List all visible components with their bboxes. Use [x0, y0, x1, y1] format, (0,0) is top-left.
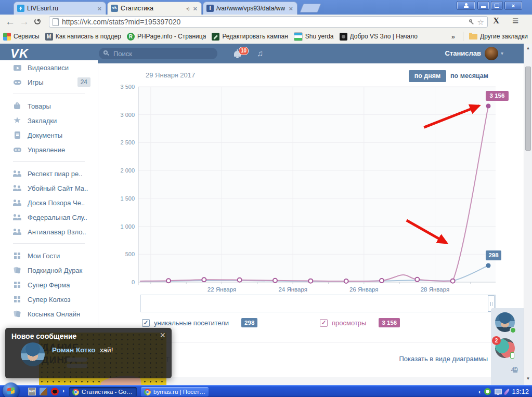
legend-label[interactable]: просмотры — [332, 319, 366, 327]
sidebar-item[interactable]: Мои Гости — [0, 248, 98, 263]
vk-logo[interactable]: VK — [10, 46, 29, 61]
tab-close-icon[interactable]: × — [288, 5, 294, 12]
taskbar-button-bymas[interactable]: bymas.ru | Посетит... — [141, 387, 209, 396]
tab-server-file[interactable]: /var/www/vps93/data/www/ × — [203, 2, 297, 15]
reload-button[interactable] — [34, 18, 41, 24]
sidebar-item[interactable]: Супер Колхоз — [0, 292, 98, 307]
page-scrollbar[interactable]: ▲ ▼ — [524, 44, 532, 385]
network-monitor-icon[interactable] — [495, 389, 502, 394]
minimize-button[interactable] — [477, 1, 489, 10]
bookmark-phpage[interactable]: PHPage.info - Страница — [127, 33, 206, 41]
bookmark-edit-campaign[interactable]: Редактировать кампан — [212, 33, 288, 41]
feather-icon[interactable] — [504, 388, 511, 395]
toggle-by-months[interactable]: по месяцам — [450, 72, 488, 80]
sender-avatar[interactable] — [21, 342, 45, 366]
sidebar-item[interactable]: Доска Позора Че.. — [0, 195, 98, 210]
online-dot-icon — [510, 327, 516, 334]
show-as-diagram-link[interactable]: Показать в виде диаграммы — [399, 355, 488, 363]
bookmark-label: Редактировать кампан — [222, 33, 288, 40]
bookmark-support[interactable]: Как написать в поддер — [45, 33, 121, 41]
quicklaunch-max-icon[interactable] — [28, 388, 36, 395]
chart-plot-area[interactable] — [138, 87, 496, 282]
group-icon — [13, 213, 22, 221]
toggle-by-days[interactable]: по дням — [409, 70, 446, 82]
sender-name-link[interactable]: Роман Котко — [52, 346, 96, 354]
bookmark-shu-yerda[interactable]: Shu yerda — [294, 32, 334, 41]
close-window-button[interactable]: × — [504, 1, 522, 10]
tab-livesurf[interactable]: LIVEsurf.ru × — [14, 2, 106, 15]
start-button[interactable] — [3, 382, 19, 397]
quicklaunch-red-icon[interactable] — [51, 388, 59, 395]
chevron-down-icon[interactable]: ▾ — [501, 50, 503, 56]
sidebar-item[interactable]: Управление — [0, 142, 98, 157]
sidebar-item[interactable]: Антиалавар Взло.. — [0, 224, 98, 239]
restore-button[interactable] — [491, 1, 503, 10]
cards-icon — [13, 310, 22, 318]
tab-title: /var/www/vps93/data/www/ — [216, 5, 285, 12]
sidebar-item-label: Респект пиар ре.. — [28, 170, 98, 178]
user-name[interactable]: Станислав — [445, 49, 481, 57]
scrollbar-thumb[interactable] — [525, 67, 531, 151]
sidebar-item[interactable]: Игры24 — [0, 75, 98, 89]
scroll-down-icon[interactable]: ▼ — [524, 376, 532, 381]
legend-label[interactable]: уникальные посетители — [154, 319, 229, 327]
sidebar-item[interactable]: Подкидной Дурак — [0, 263, 98, 277]
bookmark-dobro-vs-zlo[interactable]: Добро VS Зло | Начало — [340, 33, 418, 41]
tray-collapse-icon[interactable]: ‹ — [478, 388, 481, 395]
sidebar-item[interactable]: Супер Ферма — [0, 277, 98, 292]
bookmark-label: PHPage.info - Страница — [137, 33, 206, 40]
sidebar-item[interactable]: Товары — [0, 99, 98, 113]
tab-close-icon[interactable]: × — [96, 5, 102, 12]
forward-button[interactable]: → — [19, 15, 29, 29]
legend-unique-visitors: ✓ уникальные посетители 298 — [142, 318, 257, 327]
chart-range-selector[interactable] — [140, 295, 496, 312]
new-tab-button[interactable] — [300, 4, 321, 12]
quicklaunch-expand-icon[interactable]: › — [62, 387, 64, 394]
sidebar-item[interactable]: Респект пиар ре.. — [0, 166, 98, 181]
scroll-up-icon[interactable]: ▲ — [524, 46, 532, 50]
other-bookmarks-button[interactable]: Другие закладки — [469, 33, 532, 40]
apps-icon — [13, 281, 22, 289]
games-icon — [13, 78, 22, 86]
taskbar-button-statistika[interactable]: Статистика - Googl... — [69, 387, 137, 396]
apps-grid-icon — [3, 33, 11, 41]
bookmarks-overflow-icon[interactable]: » — [451, 33, 457, 41]
url-text[interactable]: https://vk.com/stats?mid=195397020 — [62, 18, 466, 26]
chat-avatar-1[interactable] — [495, 312, 515, 332]
address-bar[interactable]: https://vk.com/stats?mid=195397020 ☆ — [49, 16, 488, 28]
new-message-popup[interactable]: Новое сообщение × Роман Котко хай! — [5, 328, 172, 378]
vk-favicon — [111, 5, 118, 12]
sidebar-item[interactable]: Убойный Сайт Ма.. — [0, 181, 98, 195]
icq-icon[interactable] — [484, 388, 491, 395]
checkbox-unique-visitors[interactable]: ✓ — [142, 319, 150, 327]
legend-views: ✓ просмотры 3 156 — [320, 318, 400, 327]
search-input[interactable] — [99, 48, 217, 59]
close-icon[interactable]: × — [160, 330, 165, 341]
sidebar-item[interactable]: Косынка Онлайн — [0, 307, 98, 321]
profile-window-button[interactable] — [457, 1, 475, 10]
bookmark-servisy[interactable]: Сервисы — [3, 33, 40, 41]
quicklaunch-app-icon[interactable] — [40, 388, 47, 395]
sidebar-item-label: Убойный Сайт Ма.. — [28, 184, 98, 192]
tab-close-icon[interactable]: × — [192, 5, 198, 12]
user-avatar[interactable] — [485, 47, 498, 60]
back-button[interactable]: ← — [5, 15, 15, 29]
key-icon[interactable] — [469, 19, 474, 24]
sidebar-item[interactable]: Видеозаписи — [0, 60, 98, 75]
tab-statistika[interactable]: Статистика ◂) × — [107, 2, 202, 15]
search-icon — [103, 50, 108, 55]
bookmark-star-icon[interactable]: ☆ — [477, 18, 484, 26]
browser-menu-icon[interactable]: ≡ — [512, 15, 518, 27]
edit-pen-icon — [212, 33, 219, 41]
sidebar-item-label: Доска Позора Че.. — [28, 199, 98, 207]
clock[interactable]: 13:12 — [512, 388, 529, 395]
checkbox-views[interactable]: ✓ — [320, 319, 328, 327]
notification-badge[interactable]: 10 — [239, 47, 249, 55]
music-note-icon[interactable]: ♫ — [257, 49, 263, 58]
windows-flag-icon — [7, 387, 15, 394]
sidebar-item[interactable]: Федеральная Слу.. — [0, 210, 98, 224]
svg-text:2 000: 2 000 — [120, 167, 135, 174]
extension-x-icon[interactable]: X — [493, 16, 499, 26]
sidebar-item[interactable]: Закладки — [0, 113, 98, 128]
sidebar-item[interactable]: Документы — [0, 128, 98, 142]
